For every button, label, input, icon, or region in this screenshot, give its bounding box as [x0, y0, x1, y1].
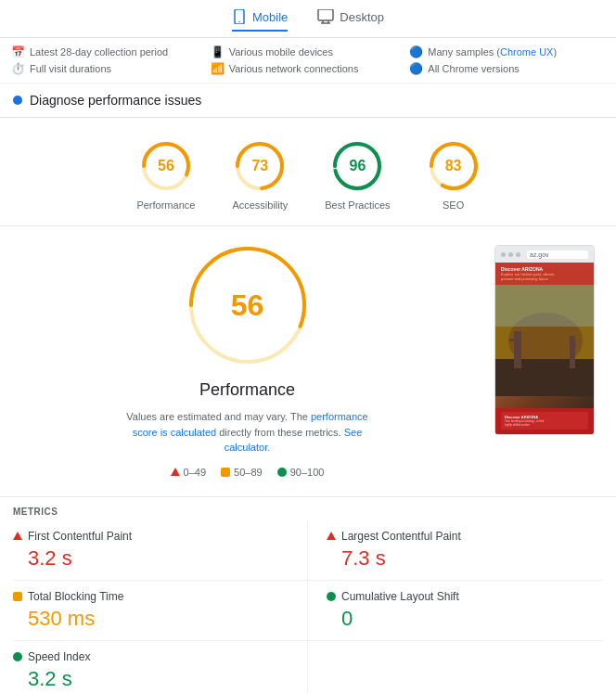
meta-text-collection: Latest 28-day collection period [30, 46, 168, 58]
metric-value-tbt: 530 ms [28, 607, 289, 631]
screenshot-header-subtitle: Explore our historic past, vibrantpresen… [501, 272, 588, 281]
metric-header-tbt: Total Blocking Time [13, 590, 289, 603]
meta-item-collection: 📅 Latest 28-day collection period [11, 45, 207, 58]
screenshot-dot3 [516, 252, 520, 257]
metric-header-fcp: First Contentful Paint [13, 530, 289, 543]
metric-value-cls: 0 [341, 607, 603, 631]
svg-rect-23 [514, 336, 517, 343]
perf-right: az.gov Discover ARIZONA Explore our hist… [494, 245, 601, 478]
desktop-icon [317, 9, 334, 24]
svg-rect-24 [495, 285, 595, 327]
metric-value-lcp: 7.3 s [341, 546, 603, 571]
perf-left: 56 Performance Values are estimated and … [15, 245, 480, 478]
tab-desktop[interactable]: Desktop [317, 9, 384, 32]
score-circle-seo: 83 [428, 140, 480, 192]
screenshot-header: Discover ARIZONA Explore our historic pa… [495, 263, 594, 285]
metric-indicator-lcp [327, 532, 336, 540]
legend-item-orange: 50–89 [221, 467, 263, 478]
metric-cell-cls: Cumulative Layout Shift 0 [308, 581, 603, 641]
screenshot-bottom: Discover ARIZONA Your booking is missing… [495, 408, 594, 435]
meta-item-samples: 🔵 Many samples (Chrome UX) [409, 45, 605, 58]
score-label-performance: Performance [136, 199, 195, 211]
metric-cell-tbt: Total Blocking Time 530 ms [13, 581, 308, 641]
chrome-ux-link[interactable]: Chrome UX [500, 46, 553, 58]
meta-text-samples: Many samples (Chrome UX) [428, 46, 557, 58]
samples-icon: 🔵 [409, 45, 423, 58]
screenshot-url: az.gov [527, 250, 588, 259]
timer-icon: ⏱️ [11, 62, 25, 75]
svg-rect-2 [318, 9, 333, 20]
metric-indicator-tbt [13, 592, 22, 601]
svg-rect-20 [570, 336, 575, 368]
main-section: 56 Performance Values are estimated and … [0, 226, 616, 497]
legend-range-green: 90–100 [290, 467, 325, 478]
metric-name-fcp: First Contentful Paint [28, 530, 132, 543]
tab-mobile[interactable]: Mobile [232, 9, 288, 32]
screenshot-dot1 [501, 252, 506, 257]
legend-item-green: 90–100 [277, 467, 325, 478]
metric-value-fcp: 3.2 s [28, 546, 289, 571]
svg-rect-22 [572, 343, 576, 346]
metric-value-si: 3.2 s [28, 667, 289, 691]
legend-range-orange: 50–89 [234, 467, 263, 478]
meta-item-duration: ⏱️ Full visit durations [11, 62, 207, 75]
metrics-grid: First Contentful Paint 3.2 s Largest Con… [0, 520, 616, 694]
tab-desktop-label: Desktop [340, 10, 384, 24]
legend-dot-icon [277, 468, 287, 477]
meta-text-devices: Various mobile devices [229, 46, 333, 58]
score-num-accessibility: 73 [251, 158, 268, 174]
metrics-header: METRICS [0, 497, 616, 520]
screenshot-landscape-svg [495, 285, 595, 396]
metric-cell-fcp: First Contentful Paint 3.2 s [13, 520, 308, 581]
perf-title: Performance [199, 380, 295, 400]
scores-row: 56 Performance 73 Accessibility 96 Best … [0, 118, 616, 226]
score-num-best-practices: 96 [350, 158, 366, 174]
svg-rect-21 [509, 339, 514, 341]
metric-header-cls: Cumulative Layout Shift [327, 590, 603, 603]
score-item-best-practices: 96 Best Practices [325, 140, 390, 211]
mobile-icon [232, 9, 247, 24]
big-performance-score: 56 [231, 289, 264, 323]
perf-desc-part2: directly from these metrics. [216, 427, 344, 438]
metric-cell-lcp: Largest Contentful Paint 7.3 s [308, 520, 603, 581]
diagnose-dot [13, 96, 22, 105]
meta-item-devices: 📱 Various mobile devices [211, 45, 406, 58]
score-label-best-practices: Best Practices [325, 199, 390, 211]
screenshot-frame: az.gov Discover ARIZONA Explore our hist… [494, 245, 595, 435]
legend-row: 0–49 50–89 90–100 [171, 467, 325, 478]
tabs-bar: Mobile Desktop [0, 0, 616, 38]
meta-item-chrome: 🔵 All Chrome versions [409, 62, 605, 75]
score-num-seo: 83 [445, 158, 462, 174]
diagnose-bar: Diagnose performance issues [0, 83, 616, 118]
meta-text-chrome: All Chrome versions [428, 63, 519, 74]
legend-triangle-icon [171, 468, 180, 476]
perf-description: Values are estimated and may vary. The p… [118, 409, 378, 456]
screenshot-dot2 [508, 252, 513, 257]
score-item-accessibility: 73 Accessibility [232, 140, 288, 211]
meta-bar: 📅 Latest 28-day collection period 📱 Vari… [0, 38, 616, 83]
score-label-accessibility: Accessibility [232, 199, 288, 211]
score-circle-performance: 56 [140, 140, 192, 192]
tab-mobile-label: Mobile [252, 10, 288, 24]
meta-item-network: 📶 Various network connections [211, 62, 406, 75]
screenshot-image [495, 285, 594, 408]
metric-cell-si: Speed Index 3.2 s [13, 641, 308, 694]
network-icon: 📶 [211, 62, 225, 75]
perf-desc-part1: Values are estimated and may vary. The [126, 411, 311, 422]
score-num-performance: 56 [158, 158, 174, 174]
metric-name-lcp: Largest Contentful Paint [341, 530, 461, 543]
score-circle-best-practices: 96 [331, 140, 383, 192]
score-circle-accessibility: 73 [234, 140, 286, 192]
metric-name-tbt: Total Blocking Time [28, 590, 123, 603]
svg-rect-18 [495, 359, 595, 396]
score-item-performance: 56 Performance [136, 140, 195, 211]
score-item-seo: 83 SEO [428, 140, 480, 211]
meta-text-duration: Full visit durations [30, 63, 111, 74]
svg-point-1 [238, 21, 240, 23]
legend-item-red: 0–49 [171, 467, 206, 478]
chrome-icon: 🔵 [409, 62, 423, 75]
metric-header-si: Speed Index [13, 650, 289, 663]
metric-name-si: Speed Index [28, 650, 90, 663]
metric-indicator-fcp [13, 532, 22, 540]
metric-name-cls: Cumulative Layout Shift [341, 590, 459, 603]
